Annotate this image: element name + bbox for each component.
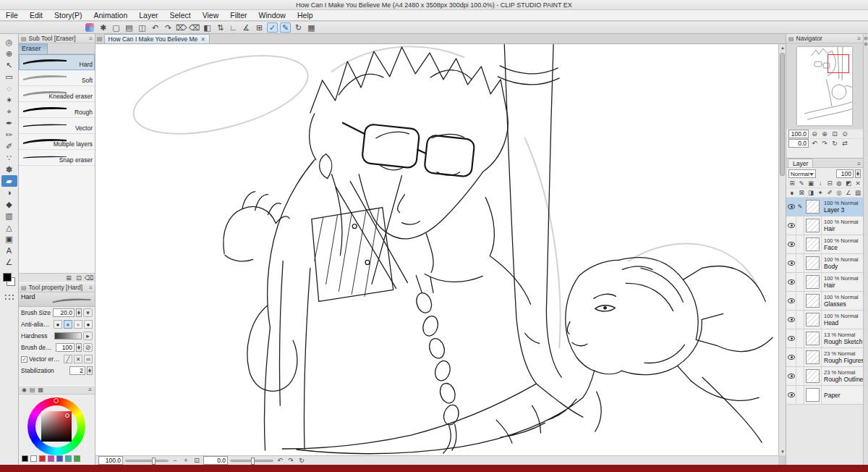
new-raster-layer-icon[interactable]: ⊞ — [788, 179, 796, 187]
sub-tool-item[interactable]: Snap eraser — [19, 150, 95, 166]
hue-selector-dot[interactable] — [54, 398, 59, 403]
rotate-left-icon[interactable]: ↶ — [810, 139, 819, 148]
lock-transparent-pixels-icon[interactable]: ⊠ — [797, 188, 806, 197]
layer-visibility-cell[interactable] — [786, 273, 796, 291]
grid-view-icon[interactable]: ▦ — [306, 22, 317, 33]
snap-to-grid-icon[interactable]: ⊞ — [254, 22, 265, 33]
layer-visibility-cell[interactable] — [786, 292, 796, 310]
menu-item[interactable]: Window — [253, 10, 292, 21]
Head[interactable]: 100 % Normal Head — [786, 311, 863, 329]
snap-to-ruler-icon[interactable]: ∟ — [228, 22, 239, 33]
zoom-out-icon[interactable]: ⊖ — [810, 130, 819, 138]
add-subtool-icon[interactable]: ⊞ — [64, 274, 73, 282]
apply-mask-icon[interactable]: ◩ — [844, 179, 853, 187]
move-tool[interactable]: ⊕ — [1, 48, 17, 59]
sv-selector-dot[interactable] — [65, 413, 69, 418]
reset-rotation-icon[interactable]: ↻ — [830, 139, 839, 148]
menu-item[interactable]: Layer — [133, 10, 163, 21]
eye-icon[interactable] — [788, 279, 795, 285]
fill-tool[interactable]: ◆ — [1, 198, 17, 210]
sub-tool-item[interactable]: Vector — [19, 118, 95, 134]
merge-down-icon[interactable]: ⊟ — [825, 179, 834, 187]
layer-thumbnail-cell[interactable] — [804, 311, 822, 329]
pen-tool[interactable]: ✒ — [1, 117, 17, 129]
erase-whole-line-icon[interactable]: ═ — [84, 355, 93, 363]
sub-tool-item[interactable]: Hard — [19, 54, 95, 70]
sub-color-swatch[interactable] — [30, 455, 37, 462]
decoration-tool[interactable]: ✽ — [1, 164, 17, 175]
color-wheel[interactable] — [27, 397, 85, 455]
lock-layer-icon[interactable]: ∎ — [788, 188, 796, 197]
delete-layer-icon[interactable]: ✕ — [854, 179, 862, 187]
blend-mode-dropdown[interactable]: Normal — [788, 169, 816, 178]
layer-thumbnail-cell[interactable] — [804, 367, 822, 385]
zoom-in-icon[interactable]: ⊕ — [820, 130, 829, 138]
rotate-right-icon[interactable]: ↷ — [286, 457, 295, 465]
layer-color-icon[interactable]: ▧ — [854, 188, 862, 197]
saturation-value-square[interactable] — [41, 411, 72, 442]
navigator-preview[interactable] — [786, 43, 863, 129]
menu-item[interactable]: Animation — [88, 10, 134, 21]
scale-rotate-icon[interactable]: ⇅ — [215, 22, 226, 33]
history-swatch-red[interactable] — [39, 455, 46, 462]
zoom-100-icon[interactable]: ⊙ — [841, 130, 849, 138]
layer-thumbnail-cell[interactable] — [804, 348, 822, 366]
eye-icon[interactable] — [788, 355, 795, 360]
anti-alias-none-icon[interactable]: ● — [54, 320, 62, 329]
rotate-left-icon[interactable]: ↶ — [276, 457, 284, 465]
duplicate-subtool-icon[interactable]: ⊡ — [75, 274, 83, 282]
panel-edge-strip[interactable] — [863, 34, 868, 465]
ruler-tool[interactable]: ∠ — [1, 256, 17, 268]
snap-to-special-ruler-icon[interactable]: ∡ — [241, 22, 252, 33]
airbrush-tool[interactable]: ∵ — [1, 152, 17, 164]
flip-horizontal-icon[interactable]: ⇄ — [841, 139, 849, 148]
navigator-view-rectangle[interactable] — [827, 54, 849, 73]
new-file-icon[interactable]: ▢ — [111, 22, 122, 33]
Body[interactable]: 100 % Normal Body — [786, 254, 863, 273]
zoom-in-icon[interactable]: + — [182, 457, 190, 465]
clip-to-layer-below-icon[interactable]: ◨ — [807, 188, 815, 197]
marquee-select-tool[interactable]: ▭ — [1, 71, 17, 83]
foreground-color-chip[interactable] — [3, 273, 12, 282]
menu-item[interactable]: Story(P) — [48, 10, 88, 21]
redo-icon[interactable]: ↷ — [163, 22, 174, 33]
layer-thumbnail-cell[interactable] — [804, 386, 822, 404]
draft-layer-icon[interactable]: ✐ — [825, 188, 834, 197]
brush-size-value[interactable]: 20.0 — [53, 308, 75, 317]
tool-property-header[interactable]: ▤ Tool property [Hard] ≡ — [19, 283, 95, 292]
eye-icon[interactable] — [788, 223, 795, 228]
figure-tool[interactable]: △ — [1, 222, 17, 233]
eye-icon[interactable] — [788, 261, 795, 266]
rotate-right-icon[interactable]: ↷ — [820, 139, 829, 148]
brush-density-value[interactable]: 100 — [56, 343, 75, 352]
new-vector-layer-icon[interactable]: ✎ — [797, 179, 806, 187]
layer-tab[interactable]: Layer — [788, 159, 813, 167]
scrollbar-thumb[interactable] — [780, 53, 785, 176]
eye-icon[interactable] — [788, 374, 795, 379]
eraser-tool[interactable]: ▰ — [1, 175, 17, 187]
brush-size-options-icon[interactable]: ▾ — [83, 308, 93, 317]
color-slider-tab-icon[interactable]: ▤ — [30, 387, 35, 393]
layer-thumbnail-cell[interactable] — [804, 329, 822, 347]
rotate-view-icon[interactable]: ↻ — [293, 22, 304, 33]
fit-to-screen-icon[interactable]: ⊡ — [192, 457, 201, 465]
layer-thumbnail-cell[interactable] — [804, 198, 822, 216]
foreground-background-swatch[interactable] — [2, 272, 17, 288]
eye-icon[interactable] — [788, 392, 795, 397]
eye-icon[interactable] — [788, 298, 795, 303]
Hair[interactable]: 100 % Normal Hair — [786, 216, 863, 235]
open-file-icon[interactable]: ▤ — [124, 22, 135, 33]
navigator-zoom-value[interactable]: 100.0 — [788, 130, 809, 138]
brush-density-options-icon[interactable]: ⊘ — [83, 343, 93, 352]
canvas-rotation-value[interactable]: 0.0 — [203, 456, 228, 465]
reset-rotation-icon[interactable]: ↻ — [297, 457, 306, 465]
history-swatch-green[interactable] — [74, 455, 80, 462]
menu-item[interactable]: Help — [292, 10, 319, 21]
zoom-out-icon[interactable]: − — [171, 457, 179, 465]
Rough Sketch[interactable]: 13 % Normal Rough Sketch — [786, 329, 863, 348]
brush-tool[interactable]: ✐ — [1, 140, 17, 152]
erase-to-intersection-icon[interactable]: ✕ — [74, 355, 82, 363]
fill-icon[interactable]: ◧ — [202, 22, 213, 33]
sub-tool-item[interactable]: Soft — [19, 70, 95, 86]
document-list-icon[interactable]: ▤ — [97, 35, 103, 42]
